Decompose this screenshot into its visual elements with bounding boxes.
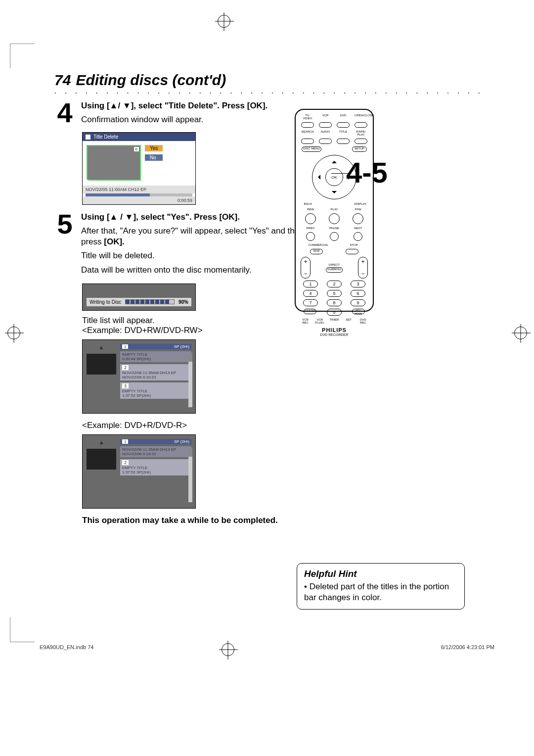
lbl-search: SEARCH <box>301 130 314 136</box>
btn-3[interactable]: 3 <box>351 281 365 287</box>
registration-mark-right <box>514 327 527 339</box>
example2-label: <Example: DVD+R/DVD-R> <box>82 421 480 430</box>
title-list-intro: Title list will appear. <box>82 316 480 326</box>
callout-4-5: 4-5 <box>346 156 388 189</box>
tv-ch-rocker[interactable]: +− <box>358 257 368 279</box>
step5-number: 5 <box>54 212 75 278</box>
lbl-set: SET <box>344 318 354 324</box>
lbl-commercial: COMMERCIAL <box>308 243 328 246</box>
lbl-rew: REW <box>304 208 317 211</box>
btn-ffw[interactable] <box>353 213 363 224</box>
tlist1-item3[interactable]: 3EMPTY TITLE1:37:52 SP(2Hr) <box>120 382 191 399</box>
btn-prev[interactable] <box>306 232 315 241</box>
tlist1-sp: SP (2Hr) <box>174 344 189 349</box>
tv-vol-rocker[interactable]: +− <box>301 257 311 279</box>
example1-label: <Example: DVD+RW/DVD-RW> <box>82 326 480 335</box>
lbl-rapidplay: RAPID PLAY <box>355 130 367 136</box>
lbl-direct: DIRECT <box>328 263 341 266</box>
lbl-next: NEXT <box>352 227 364 230</box>
dpad-down-icon[interactable] <box>332 191 337 196</box>
lbl-back: BACK <box>302 202 314 205</box>
step5-body3: Data will be written onto the disc momen… <box>81 265 318 276</box>
step4-number: 4 <box>54 100 75 128</box>
btn-tvvideo[interactable] <box>301 122 314 128</box>
btn-search[interactable] <box>301 139 314 144</box>
tlist1-scrollbar[interactable] <box>188 353 192 407</box>
dialog-icon <box>86 135 90 140</box>
crop-mark-tl <box>10 44 35 68</box>
brand-sub: DVD RECORDER <box>299 333 370 336</box>
btn-skip[interactable]: SKIP <box>310 249 323 254</box>
opt-no[interactable]: No <box>145 154 163 161</box>
tlist1-item1[interactable]: EMPTY TITLE0:20:44 SP(2Hr) <box>120 351 191 362</box>
btn-audio[interactable] <box>319 139 332 144</box>
title-dots: . . . . . . . . . . . . . . . . . . . . … <box>54 87 480 95</box>
remote-control-illustration: TV-VIDEO VCR DVD OPEN/CLOSE SEARCH AUDIO… <box>295 109 374 312</box>
btn-dubbing[interactable]: DUBBING <box>326 267 343 273</box>
btn-next[interactable] <box>354 232 362 241</box>
up-arrow-icon: ▲ <box>87 344 116 351</box>
btn-openclose[interactable] <box>355 122 367 128</box>
step4-body: Confirmation window will appear. <box>81 114 318 125</box>
btn-dvd[interactable] <box>337 122 350 128</box>
btn-7[interactable]: 7 <box>303 299 318 306</box>
btn-8[interactable]: 8 <box>327 299 342 306</box>
lbl-dvd: DVD <box>337 114 350 120</box>
lbl-title: TITLE <box>337 130 350 136</box>
btn-0[interactable]: 0 <box>327 309 342 316</box>
btn-rapidplay[interactable] <box>355 139 367 144</box>
btn-4[interactable]: 4 <box>303 290 318 297</box>
footer-file: E9A90UD_EN.indb 74 <box>40 644 93 650</box>
step5-body1: After that, "Are you sure?" will appear,… <box>81 226 318 247</box>
tlist2-item1[interactable]: NOV/22/06 11:35AM DH13 EPNOV/22/06 0:10:… <box>120 446 191 457</box>
title-delete-dialog: Title Delete 6 Yes No ▶ NOV/22/05 11:00A… <box>82 132 196 205</box>
btn-title[interactable] <box>337 139 350 144</box>
tlist2-sp: SP (2Hr) <box>174 439 189 444</box>
btn-clear[interactable]: CLEAR <box>304 309 316 314</box>
btn-setup[interactable]: SETUP <box>352 146 367 152</box>
dpad-left-icon[interactable] <box>315 175 320 180</box>
dpad-up-icon[interactable] <box>332 158 337 163</box>
btn-stop[interactable] <box>346 249 358 254</box>
up-arrow-icon-2: ▲ <box>87 439 116 446</box>
writing-label: Writing to Disc <box>89 299 121 305</box>
lbl-vcrrec: VCR REC <box>301 318 311 324</box>
lbl-ffw: FFW <box>352 208 364 211</box>
tlist2-thumb <box>87 449 116 470</box>
btn-discmenu[interactable]: DISC MENU <box>302 146 321 152</box>
brand-label: PHILIPS <box>299 327 370 333</box>
dialog-title: Title Delete <box>93 134 118 140</box>
tlist2-item2[interactable]: 2EMPTY TITLE1:37:52 SP(2Hr) <box>120 459 191 475</box>
btn-5[interactable]: 5 <box>327 290 342 297</box>
play-icon: ▶ <box>87 178 90 184</box>
lbl-stop: STOP <box>348 243 360 246</box>
page-number: 74 <box>54 72 71 89</box>
btn-recmode[interactable]: REC MODE <box>352 309 365 314</box>
lbl-vcr: VCR <box>319 114 332 120</box>
writing-progress <box>125 299 175 304</box>
btn-2[interactable]: 2 <box>327 281 342 287</box>
lbl-timer: TIMER <box>329 318 339 324</box>
btn-9[interactable]: 9 <box>351 299 365 306</box>
step4-heading: Using [▲/ ▼], select "Title Delete". Pre… <box>81 100 318 111</box>
completion-note: This operation may take a while to be co… <box>82 516 480 525</box>
opt-yes[interactable]: Yes <box>145 145 163 151</box>
thumb-badge: 6 <box>134 147 139 151</box>
helpful-hint-box: Helpful Hint • Deleted part of the title… <box>297 563 465 610</box>
registration-mark-left <box>7 327 20 339</box>
btn-play[interactable] <box>329 213 340 224</box>
dialog-thumbnail: 6 <box>87 145 141 181</box>
tlist2-scrollbar[interactable] <box>188 448 192 502</box>
tlist1-n1: 1 <box>122 344 128 349</box>
crop-mark-bl <box>10 617 35 642</box>
btn-pause[interactable] <box>330 232 339 241</box>
writing-to-disc-dialog: Writing to Disc 90% <box>82 284 196 311</box>
btn-ok[interactable]: OK <box>325 168 343 186</box>
btn-rew[interactable] <box>305 213 316 224</box>
tlist1-item2[interactable]: 2NOV/22/06 11:35AM DH13 EPNOV/22/06 0:10… <box>120 364 191 380</box>
btn-1[interactable]: 1 <box>303 281 318 287</box>
btn-6[interactable]: 6 <box>351 290 365 297</box>
lbl-display: DISPLAY <box>354 202 367 205</box>
btn-vcr[interactable] <box>319 122 332 128</box>
hint-title: Helpful Hint <box>304 568 457 579</box>
